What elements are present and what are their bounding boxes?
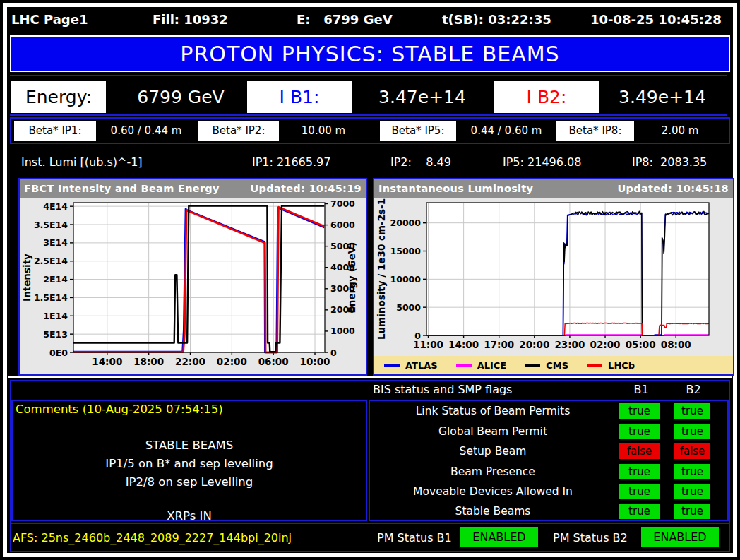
bis-col-b1: B1 — [620, 383, 662, 396]
pm-status-b2-label: PM Status B2 — [553, 531, 628, 544]
svg-text:5E13: 5E13 — [43, 329, 68, 340]
lumi-chart: 11:0014:0017:0020:0023:0002:0005:0008:00… — [374, 198, 733, 356]
bis-row: Beam Presence true true — [370, 463, 727, 481]
inst-lumi-ip1: IP1: 21665.97 — [252, 155, 330, 169]
bis-flag-b1: true — [619, 504, 660, 519]
beta-star-row: Beta* IP1: 0.60 / 0.44 m Beta* IP2: 10.0… — [10, 117, 730, 144]
lhcb-line-swatch — [587, 364, 602, 367]
bis-row-label: Beam Presence — [370, 463, 616, 481]
inst-lumi-ip8: IP8: 2083.35 — [632, 155, 707, 169]
svg-text:05:00: 05:00 — [626, 339, 656, 350]
bis-row: Moveable Devices Allowed In true true — [370, 482, 727, 501]
svg-text:6000: 6000 — [330, 220, 355, 230]
svg-text:20000: 20000 — [390, 218, 422, 228]
legend-label-lhcb: LHCb — [608, 360, 635, 371]
lumi-legend: ATLAS ALICE CMS LHCb — [374, 356, 733, 374]
bis-flag-b2: false — [674, 443, 710, 459]
inst-lumi-ip5: IP5: 21496.08 — [503, 155, 581, 169]
svg-text:0: 0 — [330, 347, 337, 358]
white-separator-line — [8, 376, 732, 378]
title-banner: PROTON PHYSICS: STABLE BEAMS — [10, 35, 730, 72]
comments-box: Comments (10-Aug-2025 07:54:15) STABLE B… — [11, 400, 367, 521]
comment-line: STABLE BEAMS — [13, 436, 366, 455]
beam-energy: E: 6799 GeV — [297, 12, 393, 27]
svg-text:1E14: 1E14 — [43, 311, 68, 321]
intensity-b1-label: I B1: — [247, 81, 352, 113]
svg-text:08:00: 08:00 — [661, 339, 691, 350]
legend-item-alice: ALICE — [456, 360, 507, 371]
bis-row: Link Status of Beam Permits true true — [370, 402, 727, 420]
atlas-line-swatch — [384, 364, 400, 367]
svg-text:20:00: 20:00 — [519, 339, 549, 350]
bis-flag-b1: true — [619, 484, 660, 499]
comment-line: IP2/8 on sep Levelling — [13, 473, 366, 492]
svg-text:15000: 15000 — [390, 246, 422, 256]
beta-ip5-label: Beta* IP5: — [380, 121, 456, 141]
fbct-chart: 14:0018:0022:0002:0006:0010:000E05E131E1… — [20, 198, 366, 374]
app-title: LHC Page1 — [11, 12, 88, 27]
bis-col-b2: B2 — [672, 383, 715, 396]
svg-text:1000: 1000 — [330, 326, 355, 336]
bis-row-label: Global Beam Permit — [370, 422, 616, 441]
bis-row: Stable Beams true true — [370, 502, 727, 520]
bis-flag-b2: true — [674, 464, 710, 479]
inst-lumi-label: Inst. Lumi [(ub.s)^-1] — [21, 155, 143, 169]
beta-ip5-value: 0.44 / 0.60 m — [456, 121, 556, 141]
svg-text:0: 0 — [414, 330, 421, 341]
pm-status-b2-value: ENABLED — [641, 527, 719, 547]
svg-text:Intensity: Intensity — [21, 254, 32, 302]
beta-ip8-label: Beta* IP8: — [556, 121, 634, 141]
bis-row: Setup Beam false false — [370, 442, 727, 460]
fbct-chart-header: FBCT Intensity and Beam Energy Updated: … — [20, 179, 366, 198]
beta-ip1-value: 0.60 / 0.44 m — [96, 121, 196, 141]
svg-text:10000: 10000 — [390, 274, 422, 285]
legend-label-alice: ALICE — [477, 360, 507, 371]
svg-text:1.5E14: 1.5E14 — [34, 292, 68, 303]
beta-ip2-value: 10.00 m — [279, 121, 368, 141]
svg-text:18:00: 18:00 — [133, 356, 164, 367]
svg-text:22:00: 22:00 — [175, 356, 205, 367]
lumi-chart-title: Instantaneous Luminosity — [378, 183, 533, 194]
svg-text:5000: 5000 — [396, 302, 421, 313]
svg-text:0E0: 0E0 — [49, 347, 68, 358]
bis-flag-b1: false — [619, 443, 660, 459]
footer-row: AFS: 25ns_2460b_2448_2089_2227_144bpi_20… — [11, 523, 729, 549]
bis-flag-b1: true — [619, 464, 660, 479]
svg-text:17:00: 17:00 — [484, 339, 514, 350]
pm-status-b1-label: PM Status B1 — [377, 531, 452, 544]
bis-flag-b1: true — [619, 424, 660, 439]
energy-label: Energy: — [11, 81, 106, 113]
legend-label-atlas: ATLAS — [405, 360, 438, 371]
bis-flag-b2: true — [674, 424, 710, 439]
cms-line-swatch — [525, 364, 540, 367]
legend-label-cms: CMS — [546, 360, 568, 371]
bis-row-label: Moveable Devices Allowed In — [370, 482, 616, 501]
svg-text:3E14: 3E14 — [43, 237, 68, 248]
energy-value: 6799 GeV — [106, 81, 256, 113]
bis-flag-b2: true — [674, 484, 710, 499]
fbct-chart-title: FBCT Intensity and Beam Energy — [24, 183, 220, 194]
svg-text:10:00: 10:00 — [300, 356, 330, 367]
bis-flag-b2: true — [674, 403, 710, 419]
datetime: 10-08-25 10:45:28 — [590, 12, 722, 27]
svg-text:2E14: 2E14 — [43, 274, 68, 285]
legend-item-cms: CMS — [525, 360, 568, 371]
svg-text:2.5E14: 2.5E14 — [34, 256, 68, 266]
svg-text:4E14: 4E14 — [43, 201, 68, 212]
beta-ip1-label: Beta* IP1: — [14, 121, 96, 141]
beta-ip8-value: 2.00 m — [634, 121, 726, 141]
legend-item-atlas: ATLAS — [384, 360, 438, 371]
bis-row-label: Link Status of Beam Permits — [370, 402, 616, 420]
svg-text:Energy (GeV): Energy (GeV) — [346, 242, 357, 314]
svg-text:14:00: 14:00 — [448, 339, 479, 350]
intensity-b1-value: 3.47e+14 — [352, 81, 493, 113]
lumi-chart-panel: Instantaneous Luminosity Updated: 10:45:… — [373, 178, 734, 376]
legend-item-lhcb: LHCb — [587, 360, 635, 371]
svg-text:Luminosity / 1e30 cm-2s-1: Luminosity / 1e30 cm-2s-1 — [376, 198, 387, 340]
svg-text:14:00: 14:00 — [92, 356, 122, 367]
inst-lumi-ip2: IP2: 8.49 — [390, 155, 451, 169]
afs-filling-scheme: AFS: 25ns_2460b_2448_2089_2227_144bpi_20… — [13, 531, 292, 544]
lumi-chart-updated: Updated: 10:45:18 — [617, 183, 729, 194]
alice-line-swatch — [456, 364, 472, 367]
bis-flag-b1: true — [619, 403, 660, 419]
